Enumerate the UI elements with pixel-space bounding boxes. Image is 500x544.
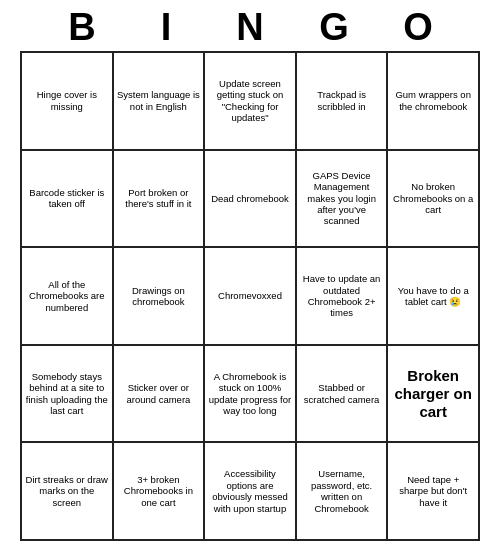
cell-text-21: 3+ broken Chromebooks in one cart (117, 474, 201, 508)
bingo-cell-12[interactable]: Chromevoxxed (204, 247, 296, 345)
bingo-cell-24[interactable]: Need tape + sharpe but don't have it (387, 442, 479, 540)
bingo-letter-o: O (376, 6, 460, 49)
cell-text-23: Username, password, etc. written on Chro… (300, 468, 384, 514)
cell-text-9: No broken Chromebooks on a cart (391, 181, 475, 215)
cell-text-5: Barcode sticker is taken off (25, 187, 109, 210)
cell-text-1: System language is not in English (117, 89, 201, 112)
cell-text-2: Update screen getting stuck on "Checking… (208, 78, 292, 124)
bingo-cell-3[interactable]: Trackpad is scribbled in (296, 52, 388, 150)
cell-text-19: Broken charger on cart (391, 367, 475, 421)
cell-text-18: Stabbed or scratched camera (300, 382, 384, 405)
cell-text-0: Hinge cover is missing (25, 89, 109, 112)
cell-text-13: Have to update an outdated Chromebook 2+… (300, 273, 384, 319)
cell-text-4: Gum wrappers on the chromebook (391, 89, 475, 112)
bingo-cell-14[interactable]: You have to do a tablet cart 😢 (387, 247, 479, 345)
cell-text-15: Somebody stays behind at a site to finis… (25, 371, 109, 417)
bingo-cell-11[interactable]: Drawings on chromebook (113, 247, 205, 345)
bingo-cell-1[interactable]: System language is not in English (113, 52, 205, 150)
bingo-cell-16[interactable]: Sticker over or around camera (113, 345, 205, 443)
bingo-letter-g: G (292, 6, 376, 49)
cell-text-16: Sticker over or around camera (117, 382, 201, 405)
cell-text-24: Need tape + sharpe but don't have it (391, 474, 475, 508)
bingo-cell-8[interactable]: GAPS Device Management makes you login a… (296, 150, 388, 248)
bingo-letter-i: I (124, 6, 208, 49)
bingo-cell-7[interactable]: Dead chromebook (204, 150, 296, 248)
bingo-letter-n: N (208, 6, 292, 49)
cell-text-3: Trackpad is scribbled in (300, 89, 384, 112)
bingo-cell-17[interactable]: A Chromebook is stuck on 100% update pro… (204, 345, 296, 443)
bingo-title: BINGO (20, 0, 480, 51)
cell-text-7: Dead chromebook (208, 193, 292, 204)
cell-text-12: Chromevoxxed (208, 290, 292, 301)
cell-text-17: A Chromebook is stuck on 100% update pro… (208, 371, 292, 417)
bingo-cell-18[interactable]: Stabbed or scratched camera (296, 345, 388, 443)
cell-text-20: Dirt streaks or draw marks on the screen (25, 474, 109, 508)
bingo-cell-4[interactable]: Gum wrappers on the chromebook (387, 52, 479, 150)
bingo-cell-21[interactable]: 3+ broken Chromebooks in one cart (113, 442, 205, 540)
bingo-cell-2[interactable]: Update screen getting stuck on "Checking… (204, 52, 296, 150)
bingo-letter-b: B (40, 6, 124, 49)
cell-text-22: Accessibility options are obviously mess… (208, 468, 292, 514)
cell-text-10: All of the Chromebooks are numbered (25, 279, 109, 313)
bingo-cell-19[interactable]: Broken charger on cart (387, 345, 479, 443)
cell-text-14: You have to do a tablet cart 😢 (391, 285, 475, 308)
cell-text-6: Port broken or there's stuff in it (117, 187, 201, 210)
bingo-cell-20[interactable]: Dirt streaks or draw marks on the screen (21, 442, 113, 540)
bingo-cell-23[interactable]: Username, password, etc. written on Chro… (296, 442, 388, 540)
bingo-cell-13[interactable]: Have to update an outdated Chromebook 2+… (296, 247, 388, 345)
bingo-cell-0[interactable]: Hinge cover is missing (21, 52, 113, 150)
bingo-cell-15[interactable]: Somebody stays behind at a site to finis… (21, 345, 113, 443)
cell-text-8: GAPS Device Management makes you login a… (300, 170, 384, 227)
cell-text-11: Drawings on chromebook (117, 285, 201, 308)
bingo-grid: Hinge cover is missingSystem language is… (20, 51, 480, 541)
bingo-cell-22[interactable]: Accessibility options are obviously mess… (204, 442, 296, 540)
bingo-cell-6[interactable]: Port broken or there's stuff in it (113, 150, 205, 248)
bingo-cell-5[interactable]: Barcode sticker is taken off (21, 150, 113, 248)
bingo-cell-10[interactable]: All of the Chromebooks are numbered (21, 247, 113, 345)
bingo-cell-9[interactable]: No broken Chromebooks on a cart (387, 150, 479, 248)
